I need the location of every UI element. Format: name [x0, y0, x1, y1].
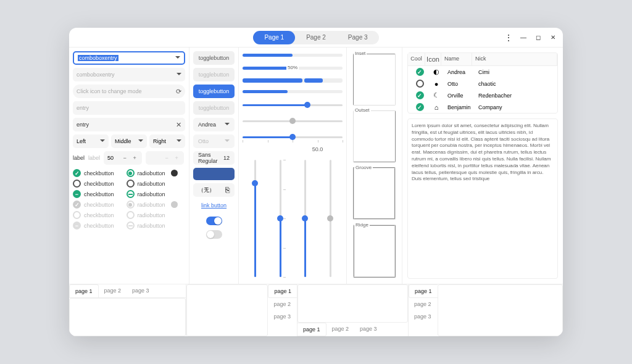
dropdown-otto-disabled: Otto: [193, 134, 235, 148]
radiobutton-unselected[interactable]: [127, 180, 135, 188]
notebook-tabs-right: page 1 page 2 page 3: [186, 284, 297, 336]
table-row[interactable]: ✓☾OrvilleRedenbacher: [408, 89, 557, 101]
entry-placeholder[interactable]: entry: [73, 101, 185, 115]
notebook-tab[interactable]: page 2: [268, 298, 297, 310]
dropdown-andrea[interactable]: Andrea: [193, 118, 235, 131]
notebook-tabs-left: page 1 page 2 page 3: [409, 284, 563, 336]
levelbar: [243, 90, 343, 93]
font-button[interactable]: Sans Regular12: [193, 151, 235, 165]
window: Page 1 Page 2 Page 3 ⋮ — ◻ ✕ comboboxent…: [69, 28, 563, 336]
table-row[interactable]: ✓◐AndreaCimi: [408, 66, 557, 78]
minimize-button[interactable]: —: [517, 31, 530, 44]
textview[interactable]: Lorem ipsum dolor sit amet, consectetur …: [407, 118, 558, 279]
chevron-down-icon: [177, 72, 181, 78]
column-header-name[interactable]: Name: [441, 53, 472, 65]
row-icon: ◐: [428, 68, 444, 76]
notebook-tab[interactable]: page 3: [127, 284, 155, 297]
combobox-entry-focused[interactable]: comboboxentry: [73, 51, 185, 65]
menu-button[interactable]: ⋮: [502, 31, 515, 44]
vertical-scales: [243, 160, 343, 277]
cool-checked-icon[interactable]: ✓: [416, 103, 424, 111]
notebook-tab[interactable]: page 3: [409, 310, 438, 323]
row-name: Andrea: [444, 69, 475, 75]
notebook-tab[interactable]: page 1: [69, 284, 99, 297]
file-chooser-button[interactable]: （无）⎘: [193, 183, 235, 197]
color-button[interactable]: [193, 168, 235, 180]
notebook-tab[interactable]: page 1: [297, 323, 326, 336]
scale-vertical-marks[interactable]: [276, 160, 285, 277]
clear-icon[interactable]: ✕: [176, 121, 181, 129]
spinbutton[interactable]: 50 − +: [104, 151, 142, 165]
combobox-entry-flat[interactable]: comboboxentry: [73, 68, 185, 81]
togglebutton-3-active[interactable]: togglebutton: [193, 85, 235, 98]
combo-left[interactable]: Left: [73, 134, 109, 148]
table-row[interactable]: ✓⌂BenjaminCompany: [408, 101, 557, 113]
table-row[interactable]: ●Ottochaotic: [408, 78, 557, 89]
notebooks-row: page 1 page 2 page 3 page 1 page 2 page …: [69, 284, 563, 336]
switch-on[interactable]: [206, 217, 222, 225]
check-radio-grid: ✓checkbutton checkbutton −checkbutton ✓c…: [73, 169, 185, 230]
row-nick: chaotic: [475, 81, 554, 87]
linked-combos: Left Middle Right: [73, 134, 185, 148]
column-header-cool[interactable]: Cool: [408, 53, 425, 65]
tab-page-2[interactable]: Page 2: [295, 31, 337, 44]
radiobutton-inconsistent-disabled: [127, 221, 135, 230]
notebook-tab[interactable]: page 3: [268, 310, 297, 323]
row-name: Otto: [444, 81, 475, 87]
scale-vertical-1[interactable]: [251, 160, 259, 277]
radiobutton-inconsistent[interactable]: [127, 190, 135, 198]
scale-horizontal-marks[interactable]: [243, 133, 343, 141]
table-header: Cool Icon Name Nick: [408, 53, 557, 66]
link-button[interactable]: link button: [193, 200, 235, 211]
switch-off[interactable]: [206, 230, 222, 239]
upload-icon: ⎘: [225, 186, 230, 194]
radiobutton-selected-disabled: [127, 201, 135, 209]
chevron-down-icon: [175, 55, 180, 61]
close-button[interactable]: ✕: [547, 31, 559, 44]
row-icon: ●: [428, 80, 444, 88]
combo-right[interactable]: Right: [149, 134, 185, 148]
scale-value-label: 50.0: [293, 145, 343, 154]
radio-dot-icon: [171, 201, 178, 208]
treeview[interactable]: Cool Icon Name Nick ✓◐AndreaCimi●Ottocha…: [407, 52, 558, 114]
notebook-tab[interactable]: page 2: [99, 284, 127, 297]
frame-inset: Inset: [353, 54, 396, 105]
decrement-button[interactable]: −: [121, 155, 128, 161]
entry-filled[interactable]: entry ✕: [73, 118, 185, 131]
column-header-nick[interactable]: Nick: [472, 53, 557, 65]
cool-unchecked-icon[interactable]: [416, 80, 424, 88]
tab-page-3[interactable]: Page 3: [337, 31, 379, 44]
column-header-icon[interactable]: Icon: [425, 53, 441, 65]
checkbutton-inconsistent[interactable]: −: [73, 190, 81, 198]
togglebutton-1[interactable]: togglebutton: [193, 51, 235, 65]
notebook-tab[interactable]: page 2: [409, 298, 438, 310]
column-data: Cool Icon Name Nick ✓◐AndreaCimi●Ottocha…: [402, 48, 563, 284]
scale-horizontal[interactable]: [243, 101, 343, 109]
maximize-button[interactable]: ◻: [532, 31, 544, 44]
row-icon: ☾: [428, 91, 444, 99]
increment-button[interactable]: +: [131, 155, 138, 161]
checkbutton-checked-disabled: ✓: [73, 201, 81, 209]
row-name: Orville: [444, 93, 475, 99]
notebook-tab[interactable]: page 1: [409, 284, 438, 298]
search-entry[interactable]: Click icon to change mode ⟳: [73, 85, 185, 98]
checkbutton-checked[interactable]: ✓: [73, 169, 81, 177]
cool-checked-icon[interactable]: ✓: [416, 68, 424, 76]
refresh-icon[interactable]: ⟳: [176, 88, 181, 96]
scale-vertical-3[interactable]: [301, 160, 309, 277]
notebook-tab[interactable]: page 3: [354, 323, 383, 336]
cool-checked-icon[interactable]: ✓: [416, 91, 424, 99]
scale-vertical-disabled: [326, 160, 335, 277]
row-nick: Company: [475, 104, 554, 110]
titlebar: Page 1 Page 2 Page 3 ⋮ — ◻ ✕: [69, 28, 563, 48]
view-switcher: Page 1 Page 2 Page 3: [253, 31, 378, 44]
checkbutton-unchecked[interactable]: [73, 180, 81, 188]
notebook-tab[interactable]: page 1: [268, 284, 297, 298]
label-spin-row: label label 50 − + − +: [73, 151, 185, 165]
togglebutton-2[interactable]: togglebutton: [193, 68, 235, 81]
radiobutton-selected[interactable]: [127, 169, 135, 177]
row-name: Benjamin: [444, 104, 475, 110]
tab-page-1[interactable]: Page 1: [253, 31, 295, 44]
combo-middle[interactable]: Middle: [111, 134, 147, 148]
notebook-tab[interactable]: page 2: [326, 323, 355, 336]
